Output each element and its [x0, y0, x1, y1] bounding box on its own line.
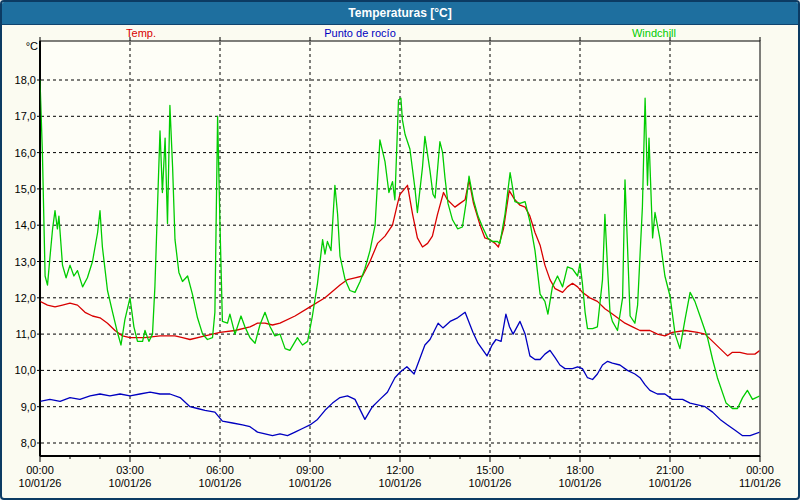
- x-tick-time-label: 00:00: [746, 464, 774, 476]
- x-tick-time-label: 06:00: [206, 464, 234, 476]
- x-tick-date-label: 10/01/26: [109, 477, 152, 489]
- x-tick-date-label: 10/01/26: [199, 477, 242, 489]
- x-tick-date-label: 10/01/26: [559, 477, 602, 489]
- y-tick-label: 18,0: [15, 74, 36, 86]
- x-tick-time-label: 21:00: [656, 464, 684, 476]
- y-tick-label: 9,0: [21, 401, 36, 413]
- x-tick-time-label: 12:00: [386, 464, 414, 476]
- y-tick-label: 8,0: [21, 437, 36, 449]
- y-tick-label: 15,0: [15, 183, 36, 195]
- y-tick-label: 16,0: [15, 147, 36, 159]
- x-tick-date-label: 10/01/26: [289, 477, 332, 489]
- x-tick-date-label: 10/01/26: [379, 477, 422, 489]
- y-axis-unit-label: °C: [26, 40, 38, 52]
- y-tick-label: 10,0: [15, 364, 36, 376]
- y-tick-label: 13,0: [15, 256, 36, 268]
- x-tick-time-label: 15:00: [476, 464, 504, 476]
- x-tick-time-label: 18:00: [566, 464, 594, 476]
- y-tick-label: 11,0: [15, 328, 36, 340]
- temperature-chart-window: Temperaturas [°C] Temp. Punto de rocío W…: [0, 0, 800, 500]
- x-tick-time-label: 09:00: [296, 464, 324, 476]
- x-tick-date-label: 11/01/26: [739, 477, 781, 489]
- x-tick-time-label: 00:00: [26, 464, 54, 476]
- x-tick-time-label: 03:00: [116, 464, 144, 476]
- x-tick-date-label: 10/01/26: [649, 477, 692, 489]
- line-chart-plot: 8,09,010,011,012,013,014,015,016,017,018…: [2, 2, 798, 498]
- x-tick-date-label: 10/01/26: [19, 477, 62, 489]
- y-tick-label: 12,0: [15, 292, 36, 304]
- x-tick-date-label: 10/01/26: [469, 477, 512, 489]
- y-tick-label: 14,0: [15, 219, 36, 231]
- y-tick-label: 17,0: [15, 110, 36, 122]
